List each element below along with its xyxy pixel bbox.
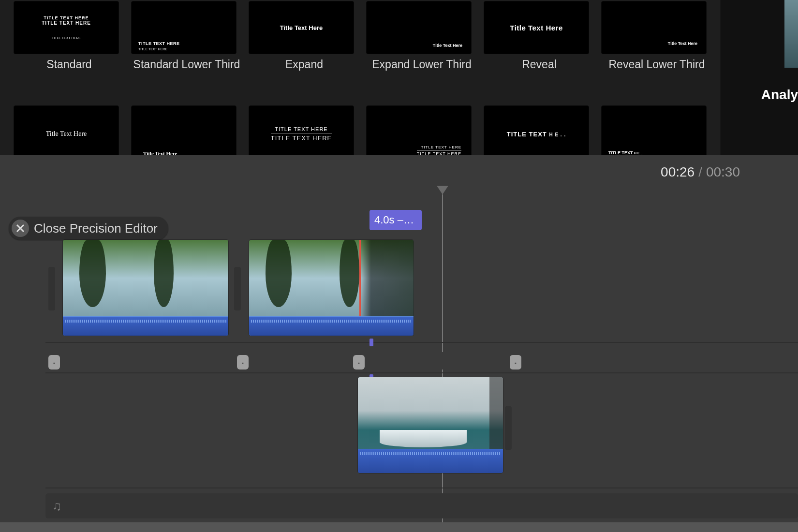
preset-label: Expand [249, 58, 360, 85]
close-icon [12, 220, 29, 237]
track-divider [45, 342, 798, 343]
preset-thumb-text: TITLE TEXT [507, 131, 547, 138]
preset-label: Expand Lower Third [366, 58, 477, 85]
video-clip-1[interactable] [63, 240, 228, 336]
time-display: 00:26/00:30 [661, 164, 740, 180]
title-preset-standard[interactable]: TITLE TEXT HERE TITLE TEXT HERE TITLE TE… [14, 1, 125, 85]
music-track[interactable]: ♫ [45, 493, 798, 518]
titles-browser: TITLE TEXT HERE TITLE TEXT HERE TITLE TE… [0, 0, 721, 155]
preset-label: Reveal Lower Third [601, 58, 712, 85]
title-preset-popup[interactable]: TITLE TEXT H E . . [484, 88, 595, 163]
audio-waveform [249, 316, 414, 336]
audio-waveform [63, 316, 228, 336]
transition-marker[interactable] [48, 355, 60, 369]
title-preset-reveal-lower-third[interactable]: Title Text Here Reveal Lower Third [601, 1, 712, 85]
preset-thumb-smalltext: TITLE TEXT HERE [52, 36, 81, 40]
music-note-icon: ♫ [52, 499, 62, 514]
title-preset-expand-lower-third[interactable]: Title Text Here Expand Lower Third [366, 1, 477, 85]
title-preset-standard-lower-third[interactable]: TITLE TEXT HERE TITLE TEXT HERE Standard… [131, 1, 242, 85]
title-clip[interactable]: 4.0s –… [369, 210, 422, 230]
transition-marker[interactable] [510, 355, 521, 369]
title-preset-line[interactable]: TITLE TEXT HERE TITLE TEXT HERE [249, 88, 360, 163]
video-clip-3[interactable] [358, 377, 503, 473]
preset-thumb-text: Title Text Here [433, 43, 462, 48]
preset-thumb-text: TITLE TEXT HERE [275, 126, 327, 132]
title-preset-line-lower-third[interactable]: TITLE TEXT HERE TITLE TEXT HERE [366, 88, 477, 163]
viewer-panel: Analy [721, 0, 798, 155]
title-preset-popup-lower-third[interactable]: TITLE TEXT H E . . [601, 88, 712, 163]
close-precision-editor-button[interactable]: Close Precision Editor [9, 217, 168, 240]
viewer-frame [784, 0, 798, 68]
title-preset-reveal[interactable]: Title Text Here Reveal [484, 1, 595, 85]
preset-label: Standard Lower Third [131, 58, 242, 85]
clip-edge-handle[interactable] [505, 406, 512, 450]
total-duration: 00:30 [706, 164, 740, 179]
preset-thumb-text: Title Text Here [280, 24, 323, 31]
analyzing-label: Analy [761, 87, 798, 103]
title-preset-focus[interactable]: Title Text Here [14, 88, 125, 163]
close-label: Close Precision Editor [34, 221, 158, 236]
horizontal-scrollbar[interactable] [0, 522, 798, 532]
clip-edge-handle[interactable] [48, 267, 55, 310]
transition-marker[interactable] [353, 355, 365, 369]
preset-thumb-text: TITLE TEXT HERE [138, 41, 180, 46]
video-clip-2[interactable] [249, 240, 414, 336]
preset-thumb-text: TITLE TEXT HERE [421, 145, 461, 149]
transition-marker[interactable] [237, 355, 249, 369]
preset-thumb-text: Title Text Here [668, 41, 697, 46]
preset-thumb-text: Title Text Here [46, 130, 87, 138]
track-divider [45, 488, 798, 488]
current-time: 00:26 [661, 164, 695, 179]
track-divider [45, 372, 798, 373]
playhead-icon[interactable] [437, 186, 448, 194]
title-preset-focus-lower-third[interactable]: Title Text Here [131, 88, 242, 163]
preset-label: Reveal [484, 58, 595, 85]
preset-thumb-text: TITLE TEXT HERE [42, 20, 91, 26]
timeline-panel: 00:26/00:30 Close Precision Editor 4.0s … [0, 155, 798, 532]
title-clip-label: 4.0s –… [374, 214, 414, 226]
preset-thumb-smalltext: TITLE TEXT HERE [138, 47, 167, 51]
title-tab-marker[interactable] [369, 339, 373, 346]
transition-row [0, 352, 798, 369]
preset-label: Standard [14, 58, 125, 85]
title-preset-expand[interactable]: Title Text Here Expand [249, 1, 360, 85]
clip-edge-handle[interactable] [234, 267, 241, 310]
audio-waveform [358, 449, 503, 473]
preset-thumb-text: Title Text Here [510, 24, 562, 32]
preset-thumb-subtext: TITLE TEXT HERE [44, 15, 89, 20]
preset-thumb-text: TITLE TEXT HERE [271, 133, 332, 142]
